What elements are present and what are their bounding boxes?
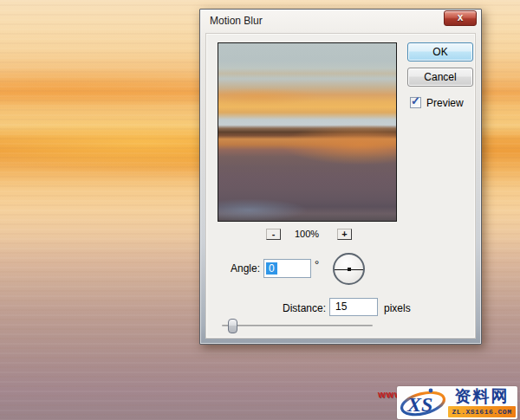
logo-dot: [429, 389, 433, 393]
dialog-client-area: - 100% + Angle: 0 ° Distance: 15 pixels: [205, 33, 476, 339]
close-icon: x: [458, 11, 464, 23]
cancel-button[interactable]: Cancel: [407, 68, 473, 87]
motion-blur-dialog: Motion Blur x - 100% + Angle: 0 °: [199, 9, 482, 345]
pixels-unit-label: pixels: [384, 302, 411, 314]
angle-label: Angle:: [231, 262, 260, 275]
zoom-out-button[interactable]: -: [266, 229, 281, 240]
distance-value: 15: [335, 300, 347, 313]
logo-letters: XS: [406, 393, 432, 416]
watermark-logo-box: XS 资料网 ZL.XS1616.COM: [397, 386, 517, 419]
minus-icon: -: [272, 229, 276, 239]
zoom-in-button[interactable]: +: [337, 229, 352, 240]
angle-dial[interactable]: [333, 253, 365, 285]
xs-swoosh-logo-icon: XS: [398, 387, 448, 418]
ok-button[interactable]: OK: [407, 42, 473, 61]
preview-checkbox[interactable]: ✓: [410, 97, 421, 108]
checkmark-icon: ✓: [411, 94, 420, 107]
close-button[interactable]: x: [444, 10, 477, 26]
preview-checkbox-label: Preview: [426, 97, 464, 109]
distance-input[interactable]: 15: [329, 298, 378, 316]
screenshot-stage: Motion Blur x - 100% + Angle: 0 °: [0, 0, 520, 420]
distance-slider-track[interactable]: [222, 325, 373, 326]
distance-slider-thumb[interactable]: [228, 319, 237, 333]
zoom-level-label: 100%: [289, 229, 325, 239]
blur-preview-thumbnail[interactable]: [218, 42, 397, 222]
watermark-site-url: ZL.XS1616.COM: [448, 406, 516, 417]
angle-value-selected: 0: [266, 262, 277, 275]
dialog-titlebar[interactable]: Motion Blur x: [200, 10, 481, 33]
degree-symbol: °: [315, 258, 319, 271]
distance-label: Distance:: [283, 302, 326, 314]
watermark-text-column: 资料网 ZL.XS1616.COM: [448, 387, 516, 418]
angle-dial-center-dot: [348, 268, 351, 271]
angle-input[interactable]: 0: [263, 259, 311, 278]
dialog-title: Motion Blur: [210, 15, 263, 27]
plus-icon: +: [341, 229, 347, 239]
watermark-site-name: 资料网: [448, 387, 516, 406]
